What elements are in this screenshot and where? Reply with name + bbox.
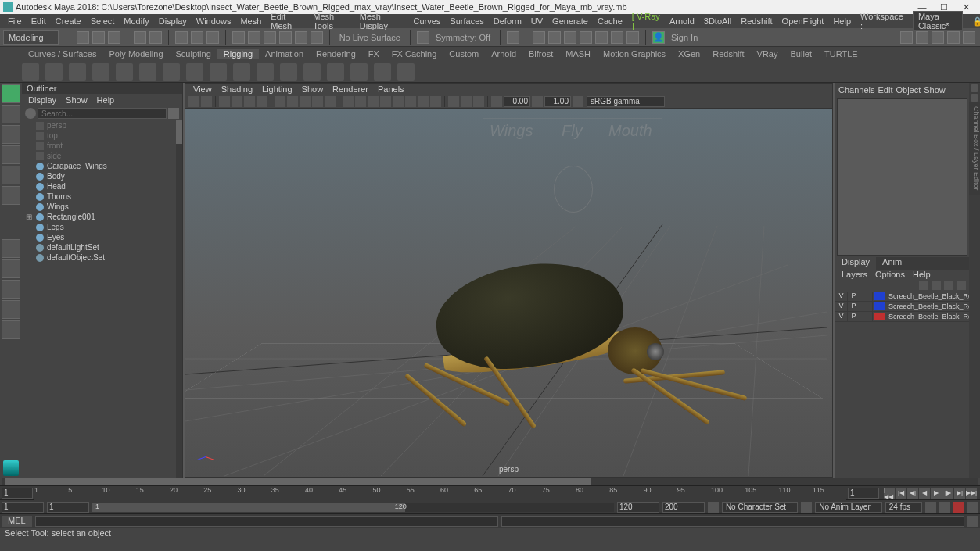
vp-isolate-icon[interactable] xyxy=(448,96,459,107)
render-settings-icon[interactable] xyxy=(564,31,576,44)
lasso-mode-icon[interactable] xyxy=(191,31,203,44)
shelf-tab-bifrost[interactable]: Bifrost xyxy=(522,49,559,59)
history-icon[interactable] xyxy=(507,31,519,44)
shelf-btn-7[interactable] xyxy=(163,63,180,81)
tab-anim[interactable]: Anim xyxy=(876,257,908,270)
shelf-btn-13[interactable] xyxy=(303,63,321,81)
layer-menu-options[interactable]: Options xyxy=(872,270,908,281)
prev-key-icon[interactable]: |◀ xyxy=(896,488,906,499)
outliner-scrollbar[interactable] xyxy=(176,120,182,478)
signin-dropdown[interactable]: Sign In xyxy=(666,33,702,42)
charset-dropdown[interactable]: No Character Set xyxy=(722,502,798,513)
layout-four[interactable] xyxy=(2,259,20,278)
workspace-dropdown[interactable]: Maya Classic* xyxy=(913,11,963,31)
layer-row[interactable]: VPScreech_Beetle_Black_Realistic xyxy=(835,302,969,312)
vp-safeaction-icon[interactable] xyxy=(325,96,336,107)
cmd-input[interactable] xyxy=(35,516,498,527)
layout-outliner[interactable] xyxy=(2,320,20,339)
shelf-tab-mash[interactable]: MASH xyxy=(559,49,597,59)
shelf-btn-9[interactable] xyxy=(210,63,227,81)
outliner-menu-show[interactable]: Show xyxy=(63,95,91,105)
vp-shaded-icon[interactable] xyxy=(355,96,366,107)
autokey-icon[interactable] xyxy=(939,502,950,513)
snap-live-icon[interactable] xyxy=(295,31,307,44)
cb-menu-show[interactable]: Show xyxy=(924,85,946,95)
outliner-item[interactable]: defaultLightSet xyxy=(22,242,182,252)
menu-edit[interactable]: Edit xyxy=(27,16,51,26)
outliner-item[interactable]: persp xyxy=(22,120,182,131)
modeling-toolkit-icon[interactable] xyxy=(900,31,913,44)
vp-lights-icon[interactable] xyxy=(380,96,391,107)
shelf-btn-4[interactable] xyxy=(92,63,109,81)
pause-icon[interactable] xyxy=(626,31,639,44)
vp-menu-view[interactable]: View xyxy=(188,84,217,94)
animlayer-dropdown[interactable]: No Anim Layer xyxy=(815,502,882,513)
shelf-btn-3[interactable] xyxy=(69,63,86,81)
redo-icon[interactable] xyxy=(149,31,162,44)
cmd-lang-button[interactable]: MEL xyxy=(2,516,32,527)
light-editor-icon[interactable] xyxy=(595,31,608,44)
outliner-item[interactable]: defaultObjectSet xyxy=(22,252,182,263)
animlayer-icon[interactable] xyxy=(801,502,812,513)
menuset-dropdown[interactable]: Modeling xyxy=(3,30,59,45)
outliner-menu-display[interactable]: Display xyxy=(25,95,59,105)
set-key-icon[interactable] xyxy=(953,502,964,513)
hypershade-icon[interactable] xyxy=(580,31,592,44)
outliner-item[interactable]: Wings xyxy=(22,202,182,212)
fps-dropdown[interactable]: 24 fps xyxy=(885,502,922,513)
scale-tool[interactable] xyxy=(2,166,20,184)
shelf-tab-vray[interactable]: VRay xyxy=(751,49,784,59)
shelf-tab-curves[interactable]: Curves / Surfaces xyxy=(22,49,102,59)
outliner-item[interactable]: front xyxy=(22,141,182,151)
step-fwd-icon[interactable]: |▶ xyxy=(942,488,953,499)
lasso-tool[interactable] xyxy=(2,105,20,123)
outliner-item[interactable]: side xyxy=(22,151,182,161)
range-start-outer[interactable] xyxy=(2,502,44,513)
move-tool[interactable] xyxy=(2,125,20,144)
cb-menu-edit[interactable]: Edit xyxy=(878,85,892,95)
shelf-btn-5[interactable] xyxy=(116,63,133,81)
snap-curve-icon[interactable] xyxy=(248,31,260,44)
rotate-tool[interactable] xyxy=(2,145,20,164)
vp-colorspace-dropdown[interactable]: sRGB gamma xyxy=(587,96,665,107)
snap-grid-icon[interactable] xyxy=(232,31,245,44)
vp-resgate-icon[interactable] xyxy=(300,96,311,107)
time-current-right[interactable] xyxy=(848,488,879,499)
layer-new-empty-icon[interactable] xyxy=(944,281,953,290)
menu-modify[interactable]: Modify xyxy=(119,16,153,26)
paint-mode-icon[interactable] xyxy=(206,31,219,44)
shelf-tab-turtle[interactable]: TURTLE xyxy=(818,49,864,59)
cb-menu-channels[interactable]: Channels xyxy=(838,85,874,95)
vp-exposure-input[interactable] xyxy=(504,96,530,107)
outliner-item[interactable]: Eyes xyxy=(22,232,182,242)
new-scene-icon[interactable] xyxy=(77,31,89,44)
shelf-btn-15[interactable] xyxy=(350,63,368,81)
vp-gatemask-icon[interactable] xyxy=(312,96,323,107)
shelf-tab-redshift[interactable]: Redshift xyxy=(706,49,750,59)
shelf-btn-6[interactable] xyxy=(139,63,156,81)
menu-arnold[interactable]: Arnold xyxy=(665,16,699,26)
vp-wireframe-icon[interactable] xyxy=(343,96,354,107)
vp-ao-icon[interactable] xyxy=(405,96,416,107)
vp-menu-renderer[interactable]: Renderer xyxy=(328,84,373,94)
charset-icon[interactable] xyxy=(708,502,719,513)
time-current-left[interactable] xyxy=(2,488,33,499)
vp-menu-shading[interactable]: Shading xyxy=(217,84,257,94)
loop-icon[interactable] xyxy=(925,502,936,513)
shelf-tab-custom[interactable]: Custom xyxy=(443,49,485,59)
layer-move-down-icon[interactable] xyxy=(932,281,941,290)
menu-uv[interactable]: UV xyxy=(526,16,547,26)
outliner-item[interactable]: Thorns xyxy=(22,191,182,202)
vp-menu-show[interactable]: Show xyxy=(297,84,328,94)
vp-menu-lighting[interactable]: Lighting xyxy=(257,84,297,94)
snap-toggle-icon[interactable] xyxy=(311,31,323,44)
vp-menu-panels[interactable]: Panels xyxy=(373,84,409,94)
play-fwd-icon[interactable]: ▶ xyxy=(931,488,942,499)
shelf-tab-anim[interactable]: Animation xyxy=(259,49,310,59)
snap-point-icon[interactable] xyxy=(264,31,276,44)
playblast-icon[interactable] xyxy=(611,31,623,44)
outliner-search-input[interactable] xyxy=(38,108,167,119)
shelf-btn-12[interactable] xyxy=(280,63,297,81)
outliner-item[interactable]: ⊞Rectangle001 xyxy=(22,212,182,222)
select-tool[interactable] xyxy=(2,84,20,103)
